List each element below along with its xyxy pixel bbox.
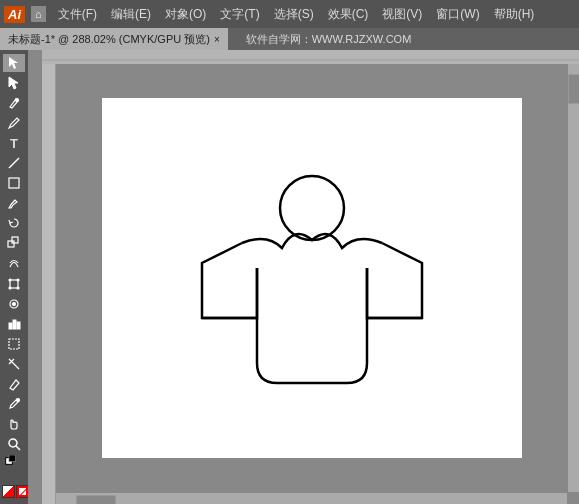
- horizontal-ruler: [42, 50, 579, 64]
- menu-bar: Ai ⌂ 文件(F) 编辑(E) 对象(O) 文字(T) 选择(S) 效果(C)…: [0, 0, 579, 28]
- pencil-tool[interactable]: [3, 114, 25, 132]
- svg-point-10: [9, 287, 11, 289]
- svg-rect-5: [8, 241, 14, 247]
- pen-tool[interactable]: [3, 94, 25, 112]
- svg-rect-14: [9, 323, 12, 329]
- svg-rect-7: [10, 280, 18, 288]
- svg-rect-16: [17, 322, 20, 329]
- vertical-scrollbar[interactable]: [567, 64, 579, 492]
- menu-effect[interactable]: 效果(C): [322, 4, 375, 25]
- svg-line-20: [16, 446, 20, 450]
- active-tab[interactable]: 未标题-1* @ 288.02% (CMYK/GPU 预览) ×: [0, 28, 228, 50]
- scale-tool[interactable]: [3, 234, 25, 252]
- svg-point-13: [13, 302, 16, 305]
- menu-view[interactable]: 视图(V): [376, 4, 428, 25]
- artboard-tool[interactable]: [3, 335, 25, 353]
- menu-file[interactable]: 文件(F): [52, 4, 103, 25]
- paintbrush-tool[interactable]: [3, 194, 25, 212]
- tab-title: 未标题-1* @ 288.02% (CMYK/GPU 预览): [8, 32, 210, 47]
- eraser-tool[interactable]: [3, 375, 25, 393]
- svg-point-9: [17, 279, 19, 281]
- menu-window[interactable]: 窗口(W): [430, 4, 485, 25]
- vertical-ruler: [42, 64, 56, 504]
- symbol-sprayer-tool[interactable]: [3, 295, 25, 313]
- svg-point-18: [17, 398, 20, 401]
- tab-bar: 未标题-1* @ 288.02% (CMYK/GPU 预览) × 软件自学网：W…: [0, 28, 579, 50]
- svg-point-25: [280, 176, 344, 240]
- svg-rect-22: [9, 455, 16, 462]
- svg-rect-17: [9, 339, 19, 349]
- tab-close-button[interactable]: ×: [214, 34, 220, 45]
- menu-help[interactable]: 帮助(H): [488, 4, 541, 25]
- eyedropper-tool[interactable]: [3, 395, 25, 413]
- hand-tool[interactable]: [3, 415, 25, 433]
- menu-select[interactable]: 选择(S): [268, 4, 320, 25]
- line-tool[interactable]: [3, 154, 25, 172]
- website-label: 软件自学网：WWW.RJZXW.COM: [236, 30, 422, 49]
- svg-rect-15: [13, 320, 16, 329]
- home-icon[interactable]: ⌂: [31, 6, 46, 22]
- type-tool[interactable]: T: [3, 134, 25, 152]
- warp-tool[interactable]: [3, 254, 25, 272]
- menu-object[interactable]: 对象(O): [159, 4, 212, 25]
- stroke-fill-reset-icon[interactable]: [3, 455, 23, 467]
- svg-rect-6: [12, 237, 18, 243]
- direct-select-tool[interactable]: [3, 74, 25, 92]
- svg-marker-0: [9, 57, 18, 69]
- column-graph-tool[interactable]: [3, 315, 25, 333]
- menu-text[interactable]: 文字(T): [214, 4, 265, 25]
- artboard: [102, 98, 522, 458]
- canvas-workspace: [56, 64, 567, 492]
- slice-tool[interactable]: [3, 355, 25, 373]
- canvas-area: [28, 50, 579, 504]
- svg-point-11: [17, 287, 19, 289]
- select-tool[interactable]: [3, 54, 25, 72]
- svg-marker-1: [9, 77, 18, 89]
- rotate-tool[interactable]: [3, 214, 25, 232]
- svg-rect-23: [42, 50, 579, 64]
- free-transform-tool[interactable]: [3, 275, 25, 293]
- svg-rect-4: [9, 178, 19, 188]
- svg-point-8: [9, 279, 11, 281]
- toolbar: T: [0, 50, 28, 504]
- horizontal-scrollbar[interactable]: [56, 492, 567, 504]
- shape-tool[interactable]: [3, 174, 25, 192]
- app-logo: Ai: [4, 6, 25, 23]
- menu-edit[interactable]: 编辑(E): [105, 4, 157, 25]
- zoom-tool[interactable]: [3, 435, 25, 453]
- svg-point-19: [9, 439, 17, 447]
- tshirt-drawing: [182, 153, 442, 403]
- svg-point-2: [16, 99, 19, 102]
- svg-line-3: [9, 158, 19, 168]
- color-mode-icon[interactable]: [2, 485, 15, 498]
- main-layout: T: [0, 50, 579, 504]
